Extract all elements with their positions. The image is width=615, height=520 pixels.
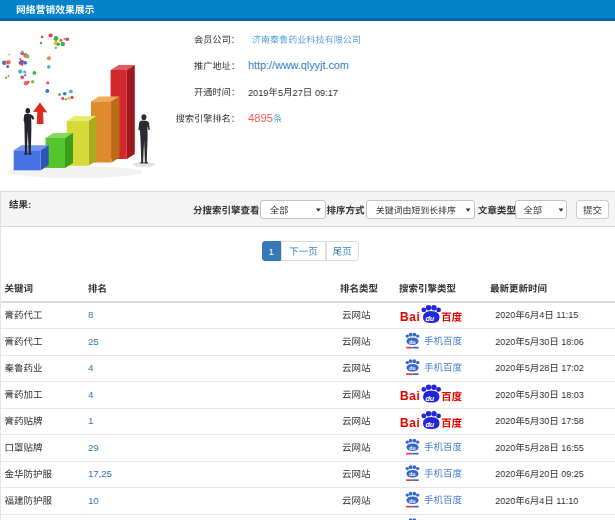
svg-text:30: 30 xyxy=(539,390,549,400)
svg-text:4: 4 xyxy=(539,496,544,506)
svg-text:du: du xyxy=(409,471,415,477)
svg-text:4895: 4895 xyxy=(248,112,273,124)
svg-text:17:58: 17:58 xyxy=(561,416,584,426)
svg-text:4: 4 xyxy=(88,362,93,373)
svg-text:du: du xyxy=(409,365,415,371)
svg-text:2020: 2020 xyxy=(495,469,515,479)
svg-text:6: 6 xyxy=(525,310,530,320)
svg-text:11:15: 11:15 xyxy=(556,310,578,320)
svg-text:du: du xyxy=(425,394,434,403)
svg-text:4: 4 xyxy=(539,310,544,320)
svg-text:18:03: 18:03 xyxy=(561,390,584,400)
svg-text:5: 5 xyxy=(278,88,283,98)
svg-text:5: 5 xyxy=(525,363,530,373)
svg-text:27: 27 xyxy=(293,88,303,98)
svg-text:du: du xyxy=(409,339,415,345)
svg-text:du: du xyxy=(425,420,434,429)
svg-text:25: 25 xyxy=(88,336,99,347)
svg-text:2020: 2020 xyxy=(495,363,515,373)
svg-text:6: 6 xyxy=(525,469,530,479)
svg-text:1: 1 xyxy=(88,415,93,426)
svg-text:Bai: Bai xyxy=(400,416,420,430)
svg-text:28: 28 xyxy=(539,443,549,453)
svg-text:09:25: 09:25 xyxy=(561,469,584,479)
svg-text:4: 4 xyxy=(88,389,93,400)
svg-text:10: 10 xyxy=(88,495,99,506)
svg-text:2020: 2020 xyxy=(495,390,515,400)
svg-text:du: du xyxy=(409,498,415,504)
svg-text:5: 5 xyxy=(525,443,530,453)
svg-text:Bai: Bai xyxy=(400,310,420,324)
svg-text:6: 6 xyxy=(525,496,530,506)
svg-text:30: 30 xyxy=(539,416,549,426)
svg-text::: : xyxy=(28,199,31,210)
svg-text:2020: 2020 xyxy=(495,416,515,426)
svg-text:29: 29 xyxy=(88,442,99,453)
svg-text:17:02: 17:02 xyxy=(561,363,584,373)
svg-text:2020: 2020 xyxy=(495,443,515,453)
svg-text:18:06: 18:06 xyxy=(561,337,584,347)
svg-text:30: 30 xyxy=(539,337,549,347)
svg-text:28: 28 xyxy=(539,363,549,373)
svg-text:2019: 2019 xyxy=(248,88,268,98)
svg-text:2020: 2020 xyxy=(495,337,515,347)
svg-text:1: 1 xyxy=(269,246,274,257)
svg-text:du: du xyxy=(425,314,434,323)
svg-text:2020: 2020 xyxy=(495,496,515,506)
svg-text:Bai: Bai xyxy=(400,389,420,403)
svg-text:20: 20 xyxy=(539,469,549,479)
svg-text:5: 5 xyxy=(525,390,530,400)
svg-text:8: 8 xyxy=(88,309,93,320)
svg-text:5: 5 xyxy=(525,416,530,426)
svg-text:5: 5 xyxy=(525,337,530,347)
svg-text:2020: 2020 xyxy=(495,310,515,320)
svg-text:09:17: 09:17 xyxy=(315,88,338,98)
svg-text:11:10: 11:10 xyxy=(556,496,578,506)
svg-text:http://www.qlyyjt.com: http://www.qlyyjt.com xyxy=(248,59,349,71)
svg-text:du: du xyxy=(409,445,415,451)
svg-text:17,25: 17,25 xyxy=(88,468,112,479)
svg-text:16:55: 16:55 xyxy=(561,443,584,453)
